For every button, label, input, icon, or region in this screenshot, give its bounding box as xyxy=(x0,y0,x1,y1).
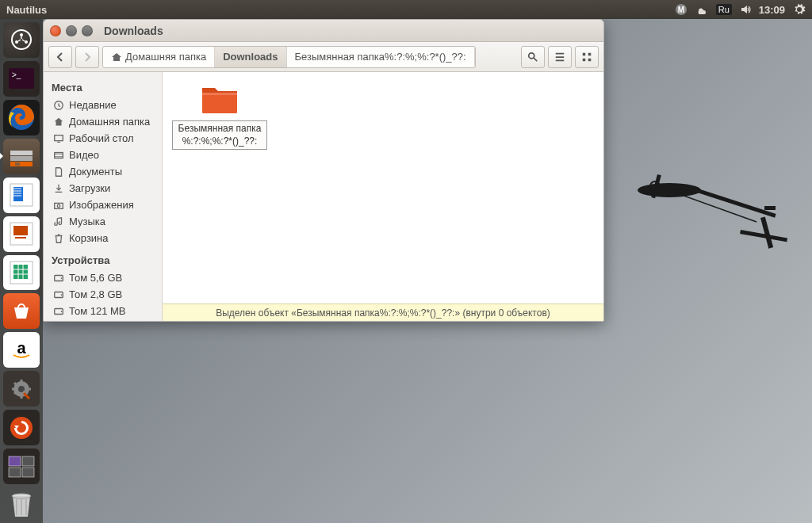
sidebar-volume-2[interactable]: Том 2,8 GB xyxy=(44,286,162,303)
launcher-trash[interactable] xyxy=(3,487,40,523)
path-subfolder[interactable]: Безымянная папка%:?:%;%:?*()_??: xyxy=(287,47,475,67)
sidebar-music[interactable]: Музыка xyxy=(44,213,162,230)
home-icon xyxy=(111,52,122,63)
status-bar: Выделен объект «Безымянная папка%:?:%;%:… xyxy=(163,303,603,321)
document-icon xyxy=(53,166,64,178)
download-icon xyxy=(53,183,64,194)
svg-point-50 xyxy=(61,277,63,279)
launcher-settings[interactable] xyxy=(3,371,40,407)
list-icon xyxy=(554,52,565,63)
window-close-button[interactable] xyxy=(50,25,61,36)
drive-icon xyxy=(53,289,64,300)
sidebar-places-title: Места xyxy=(44,78,162,97)
window-title: Downloads xyxy=(104,25,163,37)
view-list-button[interactable] xyxy=(548,46,572,68)
titlebar[interactable]: Downloads xyxy=(44,20,603,42)
wallpaper-airplane xyxy=(630,151,804,277)
system-gear-icon[interactable] xyxy=(793,3,806,16)
svg-point-0 xyxy=(638,183,701,197)
svg-rect-6 xyxy=(764,206,776,210)
sidebar-home[interactable]: Домашняя папка xyxy=(44,113,162,130)
svg-rect-45 xyxy=(55,135,63,140)
clock[interactable]: 13:09 xyxy=(759,4,785,16)
svg-text:>_: >_ xyxy=(12,71,21,79)
svg-rect-35 xyxy=(9,468,21,477)
toolbar: Домашняя папка Downloads Безымянная папк… xyxy=(44,42,603,72)
launcher-impress[interactable] xyxy=(3,216,40,252)
launcher-workspace-switcher[interactable] xyxy=(3,449,40,484)
sidebar-recent[interactable]: Недавние xyxy=(44,97,162,113)
keyboard-layout-indicator[interactable]: Ru xyxy=(716,4,732,15)
svg-point-48 xyxy=(57,204,60,208)
drive-icon xyxy=(53,273,64,284)
sidebar-pictures[interactable]: Изображения xyxy=(44,197,162,213)
sidebar: Места Недавние Домашняя папка Рабочий ст… xyxy=(44,72,163,321)
svg-rect-18 xyxy=(10,156,33,161)
folder-name-editing[interactable]: Безымянная папка %:?:%;%:?*()_??: xyxy=(172,120,267,150)
launcher-writer[interactable] xyxy=(3,178,40,213)
launcher-software-updater[interactable] xyxy=(3,410,40,445)
svg-point-10 xyxy=(12,30,31,49)
svg-rect-19 xyxy=(10,162,33,166)
svg-rect-33 xyxy=(9,456,21,466)
sidebar-computer[interactable]: Компьютер xyxy=(44,319,162,321)
svg-rect-20 xyxy=(15,162,20,166)
path-downloads[interactable]: Downloads xyxy=(215,47,286,67)
folder-item[interactable]: Безымянная папка %:?:%;%:?*()_??: xyxy=(172,82,267,150)
svg-point-13 xyxy=(25,40,28,44)
content-area[interactable]: Безымянная папка %:?:%;%:?*()_??: Выделе… xyxy=(163,72,603,321)
grid-icon xyxy=(581,52,592,63)
trash-icon xyxy=(53,233,64,244)
window-minimize-button[interactable] xyxy=(66,25,77,36)
home-icon xyxy=(53,116,64,128)
svg-rect-3 xyxy=(740,230,787,242)
svg-point-39 xyxy=(529,52,534,58)
launcher-software-center[interactable] xyxy=(3,293,40,329)
camera-icon xyxy=(53,200,64,211)
svg-point-54 xyxy=(61,311,63,312)
sidebar-trash[interactable]: Корзина xyxy=(44,230,162,246)
svg-rect-43 xyxy=(588,58,592,61)
svg-point-32 xyxy=(10,417,33,439)
search-button[interactable] xyxy=(521,46,545,68)
view-grid-button[interactable] xyxy=(575,46,599,68)
svg-rect-22 xyxy=(13,187,23,201)
weather-indicator-icon[interactable] xyxy=(695,3,708,16)
svg-rect-1 xyxy=(691,187,776,218)
nav-back-button[interactable] xyxy=(48,46,72,68)
window-maximize-button[interactable] xyxy=(82,25,93,36)
launcher-firefox[interactable] xyxy=(3,100,40,136)
nautilus-window: Downloads Домашняя папка Downloads Безым… xyxy=(43,19,604,322)
path-home[interactable]: Домашняя папка xyxy=(103,47,215,67)
svg-rect-41 xyxy=(588,52,592,55)
svg-rect-36 xyxy=(22,468,34,477)
drive-icon xyxy=(53,306,64,317)
svg-point-11 xyxy=(20,33,23,36)
folder-icon xyxy=(199,82,240,115)
top-menubar: Nautilus M Ru 13:09 xyxy=(0,0,812,19)
sidebar-documents[interactable]: Документы xyxy=(44,163,162,180)
launcher-dash[interactable] xyxy=(3,22,40,58)
launcher-calc[interactable] xyxy=(3,255,40,291)
sidebar-desktop[interactable]: Рабочий стол xyxy=(44,130,162,147)
launcher-terminal[interactable]: >_ xyxy=(3,61,40,97)
sidebar-volume-3[interactable]: Том 121 MB xyxy=(44,303,162,319)
launcher-amazon[interactable]: a xyxy=(3,332,40,368)
svg-rect-34 xyxy=(22,456,34,466)
launcher-files[interactable] xyxy=(3,139,40,174)
nav-forward-button[interactable] xyxy=(75,46,99,68)
svg-rect-27 xyxy=(13,265,28,279)
sidebar-videos[interactable]: Видео xyxy=(44,147,162,163)
unity-launcher: >_ a xyxy=(0,19,43,523)
svg-text:M: M xyxy=(678,6,684,14)
sidebar-volume-1[interactable]: Том 5,6 GB xyxy=(44,269,162,286)
svg-rect-2 xyxy=(760,216,773,248)
sidebar-downloads[interactable]: Загрузки xyxy=(44,180,162,197)
clock-icon xyxy=(53,100,64,111)
sound-indicator-icon[interactable] xyxy=(740,3,753,16)
sidebar-devices-title: Устройства xyxy=(44,251,162,269)
mega-indicator-icon[interactable]: M xyxy=(675,3,688,16)
svg-point-12 xyxy=(15,40,18,44)
svg-text:a: a xyxy=(17,339,26,357)
svg-rect-47 xyxy=(55,203,63,208)
